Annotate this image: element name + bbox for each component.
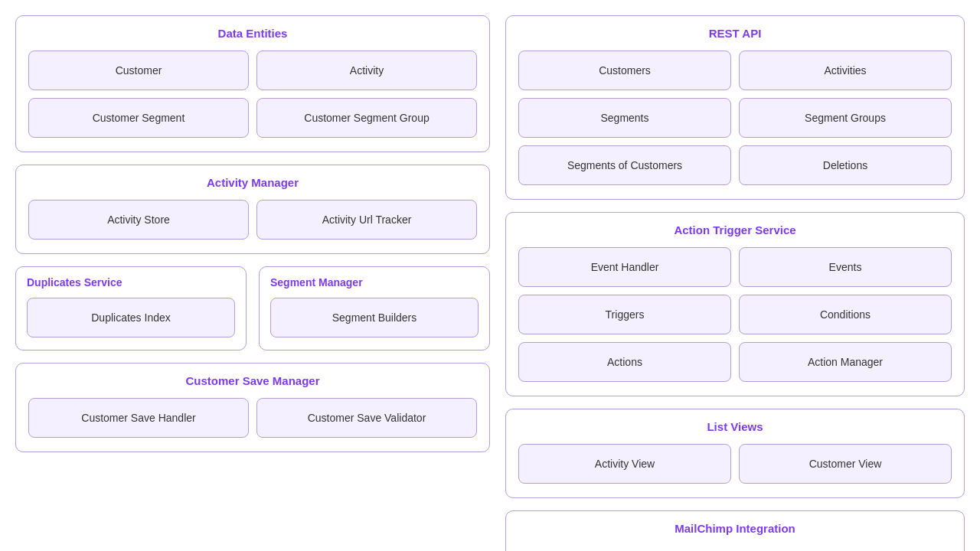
list-views-section: List Views Activity View Customer View: [505, 409, 965, 498]
item-action-manager: Action Manager: [739, 342, 952, 382]
activity-manager-title: Activity Manager: [28, 176, 477, 189]
main-layout: Data Entities Customer Activity Customer…: [15, 15, 965, 551]
segment-manager-title: Segment Manager: [270, 276, 479, 289]
item-customer-segment-group: Customer Segment Group: [256, 98, 477, 138]
left-column: Data Entities Customer Activity Customer…: [15, 15, 490, 452]
item-customer-save-validator: Customer Save Validator: [256, 398, 477, 438]
item-activity-url-tracker: Activity Url Tracker: [256, 200, 477, 240]
list-views-title: List Views: [518, 420, 952, 433]
mailchimp-section: MailChimp Integration: [505, 510, 965, 551]
rest-api-title: REST API: [518, 27, 952, 40]
customer-save-manager-section: Customer Save Manager Customer Save Hand…: [15, 363, 490, 452]
item-segment-groups: Segment Groups: [739, 98, 952, 138]
data-entities-grid: Customer Activity Customer Segment Custo…: [28, 51, 477, 138]
list-views-grid: Activity View Customer View: [518, 444, 952, 484]
action-trigger-grid: Event Handler Events Triggers Conditions…: [518, 247, 952, 382]
right-column: REST API Customers Activities Segments S…: [505, 15, 965, 551]
activity-manager-section: Activity Manager Activity Store Activity…: [15, 165, 490, 254]
item-activities: Activities: [739, 51, 952, 90]
rest-api-section: REST API Customers Activities Segments S…: [505, 15, 965, 200]
data-entities-section: Data Entities Customer Activity Customer…: [15, 15, 490, 152]
item-customer-segment: Customer Segment: [28, 98, 249, 138]
action-trigger-service-title: Action Trigger Service: [518, 223, 952, 236]
item-customers: Customers: [518, 51, 731, 90]
item-activity: Activity: [256, 51, 477, 90]
item-events: Events: [739, 247, 952, 287]
item-event-handler: Event Handler: [518, 247, 731, 287]
item-actions: Actions: [518, 342, 731, 382]
item-customer-save-handler: Customer Save Handler: [28, 398, 249, 438]
item-segment-builders: Segment Builders: [270, 298, 479, 337]
duplicates-items: Duplicates Index: [27, 298, 235, 337]
duplicates-service-title: Duplicates Service: [27, 276, 235, 289]
activity-manager-grid: Activity Store Activity Url Tracker: [28, 200, 477, 240]
segment-manager-section: Segment Manager Segment Builders: [259, 266, 490, 350]
item-conditions: Conditions: [739, 295, 952, 334]
customer-save-manager-title: Customer Save Manager: [28, 374, 477, 387]
item-segments-of-customers: Segments of Customers: [518, 145, 731, 185]
item-segments: Segments: [518, 98, 731, 138]
item-activity-store: Activity Store: [28, 200, 249, 240]
action-trigger-service-section: Action Trigger Service Event Handler Eve…: [505, 212, 965, 396]
item-triggers: Triggers: [518, 295, 731, 334]
mailchimp-title: MailChimp Integration: [518, 522, 952, 535]
segment-manager-items: Segment Builders: [270, 298, 479, 337]
mid-row: Duplicates Service Duplicates Index Segm…: [15, 266, 490, 350]
item-activity-view: Activity View: [518, 444, 731, 484]
item-customer-view: Customer View: [739, 444, 952, 484]
duplicates-service-section: Duplicates Service Duplicates Index: [15, 266, 247, 350]
item-duplicates-index: Duplicates Index: [27, 298, 235, 337]
customer-save-manager-grid: Customer Save Handler Customer Save Vali…: [28, 398, 477, 438]
rest-api-grid: Customers Activities Segments Segment Gr…: [518, 51, 952, 185]
data-entities-title: Data Entities: [28, 27, 477, 40]
item-customer: Customer: [28, 51, 249, 90]
item-deletions: Deletions: [739, 145, 952, 185]
